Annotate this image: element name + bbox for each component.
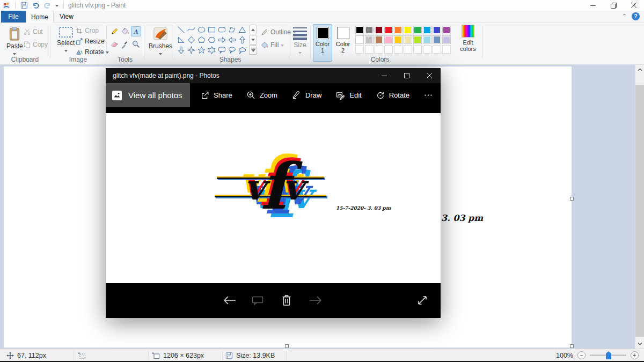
canvas-resize-handle-corner[interactable]	[570, 344, 574, 348]
palette-empty-slot[interactable]	[355, 45, 364, 54]
vertical-scrollbar[interactable]	[635, 65, 644, 349]
palette-color-swatch[interactable]	[394, 35, 402, 44]
photos-maximize-button[interactable]	[396, 68, 418, 83]
palette-color-swatch[interactable]	[394, 26, 402, 34]
palette-empty-slot[interactable]	[384, 45, 393, 54]
text-tool-icon[interactable]: A	[131, 26, 141, 36]
shapes-scroll-down-icon[interactable]	[249, 35, 257, 45]
palette-empty-slot[interactable]	[433, 45, 441, 54]
minimize-button[interactable]	[583, 0, 603, 11]
shape-diamond-icon[interactable]	[186, 35, 196, 45]
tab-home[interactable]: Home	[26, 11, 54, 23]
edit-colors-button[interactable]: Edit colors	[456, 25, 480, 52]
help-icon[interactable]: ?	[632, 12, 640, 20]
canvas-resize-handle-bottom[interactable]	[285, 344, 289, 348]
palette-color-swatch[interactable]	[375, 35, 383, 44]
magnifier-tool-icon[interactable]	[131, 39, 141, 49]
palette-color-swatch[interactable]	[423, 35, 431, 44]
shape-oval-icon[interactable]	[196, 25, 207, 35]
photos-close-button[interactable]	[418, 68, 441, 83]
zoom-slider-thumb[interactable]	[606, 351, 611, 359]
shape-five-point-star-icon[interactable]	[196, 45, 207, 55]
palette-color-swatch[interactable]	[413, 26, 422, 34]
quick-access-dropdown-icon[interactable]	[55, 5, 58, 9]
pencil-tool-icon[interactable]	[109, 26, 120, 36]
previous-photo-button[interactable]	[223, 295, 237, 307]
shape-hexagon-icon[interactable]	[207, 35, 217, 45]
palette-color-swatch[interactable]	[404, 35, 412, 44]
shape-up-arrow-icon[interactable]	[237, 35, 247, 45]
shapes-more-icon[interactable]	[249, 45, 257, 55]
restore-button[interactable]	[603, 0, 624, 11]
shape-polygon-icon[interactable]	[227, 25, 237, 35]
close-button[interactable]	[624, 0, 644, 11]
view-all-photos-button[interactable]: View all photos	[106, 83, 190, 107]
paste-button[interactable]: Paste	[3, 24, 26, 59]
shape-curve-icon[interactable]	[186, 25, 196, 35]
shape-oval-callout-icon[interactable]	[227, 45, 237, 55]
share-button[interactable]: Share	[200, 91, 232, 100]
resize-button[interactable]: Resize	[76, 36, 109, 46]
shapes-scroll-up-icon[interactable]	[249, 25, 257, 34]
shape-down-arrow-icon[interactable]	[176, 45, 186, 55]
palette-empty-slot[interactable]	[375, 45, 383, 54]
palette-color-swatch[interactable]	[423, 26, 431, 34]
tab-file[interactable]: File	[1, 11, 26, 23]
zoom-slider[interactable]	[590, 354, 626, 356]
scroll-up-icon[interactable]	[635, 65, 644, 75]
shape-cloud-callout-icon[interactable]	[237, 45, 247, 55]
palette-color-swatch[interactable]	[413, 35, 422, 44]
scrollbar-thumb[interactable]	[635, 85, 644, 337]
see-more-button[interactable]	[423, 91, 433, 100]
next-photo-button[interactable]	[309, 295, 323, 307]
draw-button[interactable]: Draw	[291, 91, 321, 100]
shape-pentagon-icon[interactable]	[196, 35, 207, 45]
copy-button[interactable]: Copy	[24, 40, 48, 49]
palette-empty-slot[interactable]	[423, 45, 431, 54]
shape-rectangle-icon[interactable]	[207, 25, 217, 35]
redo-icon[interactable]	[43, 2, 52, 9]
shape-triangle-icon[interactable]	[237, 25, 247, 35]
undo-icon[interactable]	[32, 2, 40, 9]
palette-color-swatch[interactable]	[442, 26, 451, 34]
scroll-down-icon[interactable]	[635, 339, 644, 349]
palette-color-swatch[interactable]	[433, 26, 441, 34]
color-picker-tool-icon[interactable]	[120, 39, 130, 49]
palette-color-swatch[interactable]	[365, 35, 374, 44]
zoom-out-button[interactable]: −	[577, 351, 586, 359]
edit-button[interactable]: Edit	[335, 91, 361, 100]
palette-empty-slot[interactable]	[365, 45, 374, 54]
size-button[interactable]: Size	[289, 24, 311, 58]
palette-empty-slot[interactable]	[404, 45, 412, 54]
palette-color-swatch[interactable]	[365, 26, 374, 34]
palette-color-swatch[interactable]	[404, 26, 412, 34]
shape-four-point-star-icon[interactable]	[186, 45, 196, 55]
shape-rounded-rectangle-icon[interactable]	[217, 25, 227, 35]
collapse-ribbon-icon[interactable]: ⌃	[622, 13, 627, 20]
rotate-button-photos[interactable]: Rotate	[376, 91, 409, 100]
brushes-button[interactable]: Brushes	[145, 24, 175, 59]
eraser-tool-icon[interactable]	[109, 39, 120, 49]
delete-button[interactable]	[282, 294, 291, 308]
fill-tool-icon[interactable]	[120, 26, 130, 36]
fullscreen-button[interactable]	[417, 295, 428, 307]
photo-view[interactable]: vfv vfv vfv vfv vfv 15-7-2020- 3. 03 pm	[106, 113, 441, 283]
palette-empty-slot[interactable]	[413, 45, 422, 54]
palette-color-swatch[interactable]	[433, 35, 441, 44]
save-icon[interactable]	[20, 2, 28, 9]
shape-line-icon[interactable]	[176, 25, 186, 35]
palette-color-swatch[interactable]	[355, 26, 364, 34]
palette-color-swatch[interactable]	[375, 26, 383, 34]
shape-right-triangle-icon[interactable]	[176, 35, 186, 45]
shape-six-point-star-icon[interactable]	[207, 45, 217, 55]
zoom-in-button[interactable]: +	[631, 351, 639, 359]
shape-right-arrow-icon[interactable]	[217, 35, 227, 45]
photos-minimize-button[interactable]	[373, 68, 396, 83]
palette-color-swatch[interactable]	[384, 35, 393, 44]
zoom-button[interactable]: Zoom	[246, 91, 277, 100]
palette-color-swatch[interactable]	[355, 35, 364, 44]
canvas-resize-handle-right[interactable]	[570, 197, 574, 201]
palette-empty-slot[interactable]	[442, 45, 451, 54]
palette-color-swatch[interactable]	[442, 35, 451, 44]
cut-button[interactable]: Cut	[24, 27, 48, 36]
